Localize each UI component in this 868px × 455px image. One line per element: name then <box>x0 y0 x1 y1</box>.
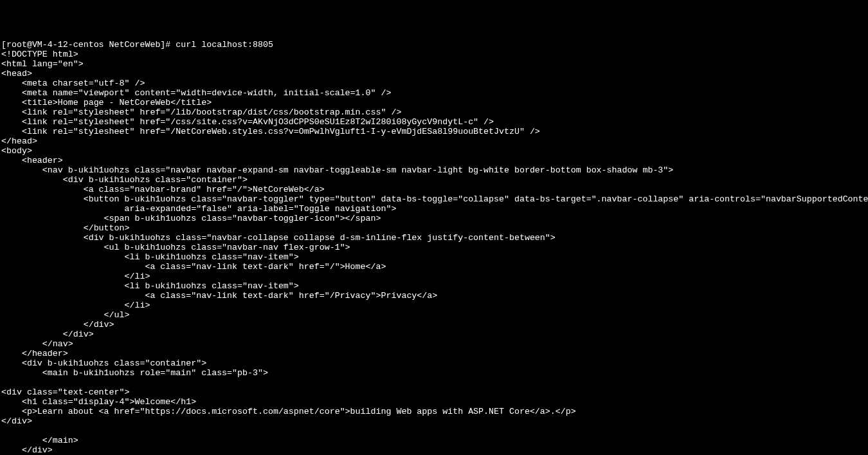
command-line: [root@VM-4-12-centos NetCoreWeb]# curl l… <box>1 40 867 50</box>
shell-prompt: [root@VM-4-12-centos NetCoreWeb]# <box>1 40 176 50</box>
command-text: curl localhost:8805 <box>176 40 273 50</box>
command-output: <!DOCTYPE html> <html lang="en"> <head> … <box>1 50 868 455</box>
terminal[interactable]: [root@VM-4-12-centos NetCoreWeb]# curl l… <box>0 39 868 455</box>
